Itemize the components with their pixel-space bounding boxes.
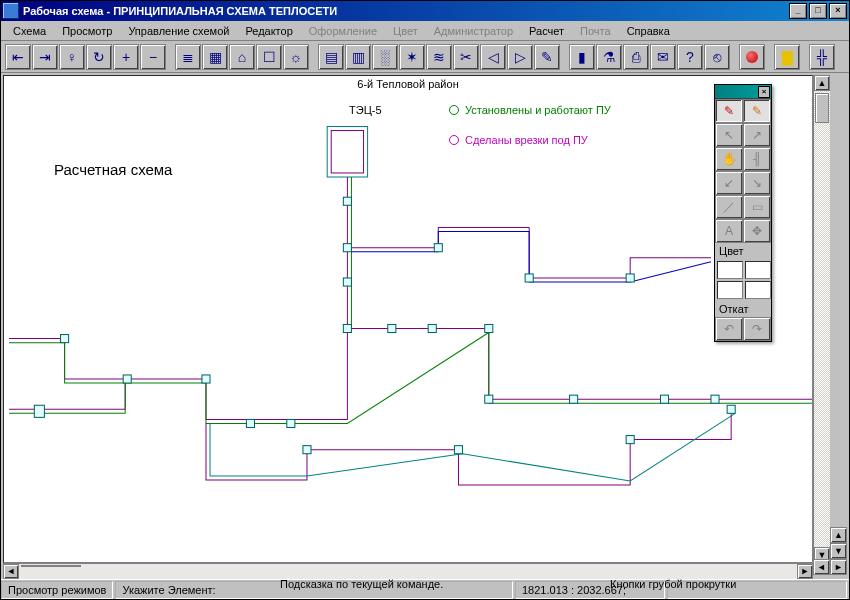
menu-расчет[interactable]: Расчет — [521, 23, 572, 39]
palette-branch-button[interactable]: ╢ — [743, 147, 771, 171]
scroll-track[interactable] — [814, 91, 830, 547]
toolbar-network-tool-button[interactable]: ╬ — [809, 44, 835, 70]
palette-arrow-ne-button[interactable]: ↗ — [743, 123, 771, 147]
undo-button[interactable]: ↶ — [715, 317, 743, 341]
toolbar-record-button[interactable] — [739, 44, 765, 70]
tool-palette[interactable]: × ✎✎↖↗✋╢↙↘／▭A✥ Цвет Откат ↶ ↷ — [714, 84, 772, 342]
toolbar-paint-button[interactable]: ▤ — [318, 44, 344, 70]
toolbar-notes-button[interactable]: ≣ — [175, 44, 201, 70]
toolbar-nav-next-button[interactable]: ♀ — [59, 44, 85, 70]
palette-arrow-se-button[interactable]: ↘ — [743, 171, 771, 195]
vertical-scrollbar[interactable]: ▲ ▼ — [813, 75, 830, 563]
coarse-up-button[interactable]: ▲ — [830, 527, 847, 543]
schematic-canvas[interactable]: 6-й Тепловой район ТЭЦ-5 Расчетная схема… — [3, 75, 813, 563]
coarse-scroll-pad: ▲ ▼ ◄ ► — [813, 527, 847, 579]
close-button[interactable]: × — [829, 3, 847, 19]
network-diagram — [4, 76, 812, 520]
toolbar-zoom-out-button[interactable]: − — [140, 44, 166, 70]
svg-rect-17 — [727, 405, 735, 413]
scroll-left-button[interactable]: ◄ — [3, 564, 19, 579]
coarse-down-button[interactable]: ▼ — [830, 543, 847, 559]
svg-rect-21 — [711, 395, 719, 403]
scroll-thumb[interactable] — [21, 565, 81, 567]
scroll-right-button[interactable]: ► — [797, 564, 813, 579]
svg-rect-8 — [434, 244, 442, 252]
coarse-right-button[interactable]: ► — [830, 559, 847, 575]
callout-hint: Подсказка по текущей команде. — [280, 578, 443, 590]
system-buttons: _ □ × — [789, 3, 847, 19]
toolbar-house-button[interactable]: ⌂ — [229, 44, 255, 70]
toolbar-table-button[interactable]: ▦ — [202, 44, 228, 70]
toolbar-flask-button[interactable]: ⚗ — [596, 44, 622, 70]
scroll-up-button[interactable]: ▲ — [814, 75, 830, 91]
palette-close-button[interactable]: × — [758, 86, 770, 98]
toolbar-new-button[interactable]: ☐ — [256, 44, 282, 70]
palette-line-button[interactable]: ／ — [715, 195, 743, 219]
svg-rect-4 — [123, 375, 131, 383]
svg-rect-26 — [343, 197, 351, 205]
menu-справка[interactable]: Справка — [619, 23, 678, 39]
toolbar-sun-button[interactable]: ☼ — [283, 44, 309, 70]
app-window: Рабочая схема - ПРИНЦИПИАЛЬНАЯ СХЕМА ТЕП… — [0, 0, 850, 600]
svg-rect-20 — [660, 395, 668, 403]
color-swatch[interactable] — [745, 261, 771, 279]
palette-hand-button[interactable]: ✋ — [715, 147, 743, 171]
toolbar-arrow-l-button[interactable]: ◁ — [480, 44, 506, 70]
toolbar-bars-button[interactable]: ▮ — [569, 44, 595, 70]
palette-arrow-nw-button[interactable]: ↖ — [715, 123, 743, 147]
menu-схема[interactable]: Схема — [5, 23, 54, 39]
color-swatch[interactable] — [717, 261, 743, 279]
horizontal-scrollbar[interactable]: ◄ ► — [3, 563, 813, 579]
titlebar: Рабочая схема - ПРИНЦИПИАЛЬНАЯ СХЕМА ТЕП… — [1, 1, 849, 21]
menu-управление-схемой[interactable]: Управление схемой — [120, 23, 237, 39]
menu-цвет: Цвет — [385, 23, 426, 39]
svg-rect-22 — [246, 419, 254, 427]
coarse-left-button[interactable]: ◄ — [813, 559, 830, 575]
minimize-button[interactable]: _ — [789, 3, 807, 19]
palette-edit-red-button[interactable]: ✎ — [715, 99, 743, 123]
palette-move-button[interactable]: ✥ — [743, 219, 771, 243]
toolbar-scissors-button[interactable]: ✂ — [453, 44, 479, 70]
toolbar-printer-button[interactable]: ⎙ — [623, 44, 649, 70]
toolbar: ⇤⇥♀↻+−≣▦⌂☐☼▤▥░✶≋✂◁▷✎▮⚗⎙✉?⎋▇╬ — [1, 41, 849, 73]
svg-rect-24 — [388, 324, 396, 332]
svg-rect-16 — [61, 335, 69, 343]
palette-arrow-sw-button[interactable]: ↙ — [715, 171, 743, 195]
color-swatch[interactable] — [717, 281, 743, 299]
palette-text-a-button[interactable]: A — [715, 219, 743, 243]
window-title: Рабочая схема - ПРИНЦИПИАЛЬНАЯ СХЕМА ТЕП… — [23, 5, 789, 17]
toolbar-zoom-in-button[interactable]: + — [113, 44, 139, 70]
palette-edit-orange-button[interactable]: ✎ — [743, 99, 771, 123]
toolbar-exit-button[interactable]: ⎋ — [704, 44, 730, 70]
menu-администратор: Администратор — [426, 23, 521, 39]
maximize-button[interactable]: □ — [809, 3, 827, 19]
palette-titlebar[interactable]: × — [715, 85, 771, 99]
palette-section-color: Цвет — [715, 243, 771, 259]
toolbar-spark-button[interactable]: ✶ — [399, 44, 425, 70]
svg-rect-25 — [428, 324, 436, 332]
toolbar-zigzag-button[interactable]: ≋ — [426, 44, 452, 70]
toolbar-refresh-button[interactable]: ↻ — [86, 44, 112, 70]
svg-rect-12 — [626, 274, 634, 282]
toolbar-spray-button[interactable]: ░ — [372, 44, 398, 70]
toolbar-palette-yellow-button[interactable]: ▇ — [774, 44, 800, 70]
toolbar-mail-button[interactable]: ✉ — [650, 44, 676, 70]
toolbar-arrow-r-button[interactable]: ▷ — [507, 44, 533, 70]
toolbar-nav-left-button[interactable]: ⇤ — [5, 44, 31, 70]
menu-просмотр[interactable]: Просмотр — [54, 23, 120, 39]
toolbar-nav-right-button[interactable]: ⇥ — [32, 44, 58, 70]
toolbar-help-button[interactable]: ? — [677, 44, 703, 70]
redo-button[interactable]: ↷ — [743, 317, 771, 341]
svg-rect-23 — [287, 419, 295, 427]
menu-редактор[interactable]: Редактор — [237, 23, 300, 39]
toolbar-brush-button[interactable]: ▥ — [345, 44, 371, 70]
palette-rect-button[interactable]: ▭ — [743, 195, 771, 219]
scroll-track[interactable] — [19, 564, 797, 579]
callout-coarse: Кнопки грубой прокрутки — [610, 578, 736, 590]
app-icon — [3, 3, 19, 19]
toolbar-pipette-button[interactable]: ✎ — [534, 44, 560, 70]
svg-rect-5 — [202, 375, 210, 383]
svg-rect-19 — [570, 395, 578, 403]
scroll-thumb[interactable] — [815, 93, 829, 123]
color-swatch[interactable] — [745, 281, 771, 299]
